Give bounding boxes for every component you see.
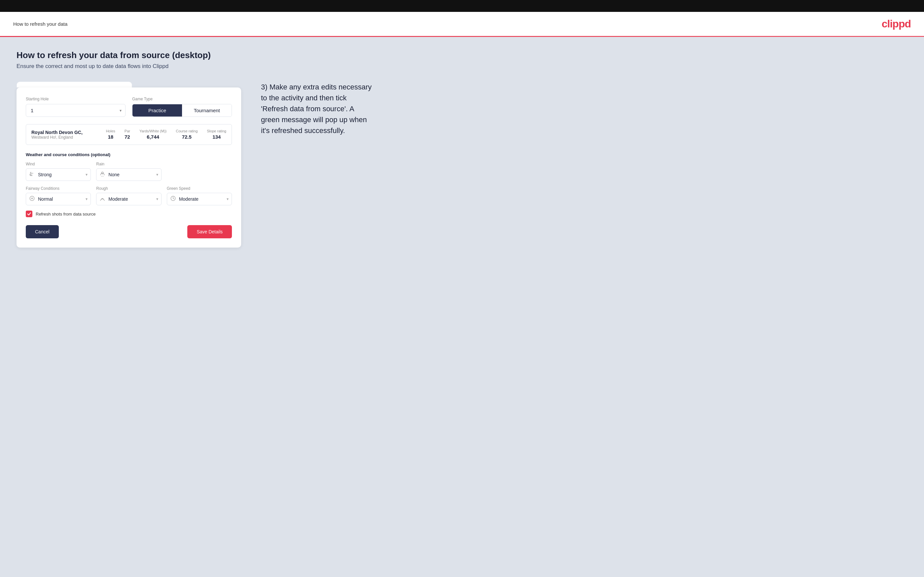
wind-group: Wind Strong Light Moderate None xyxy=(26,162,91,181)
par-value: 72 xyxy=(124,134,130,140)
holes-stat: Holes 18 xyxy=(106,129,115,140)
rough-select[interactable]: Moderate Light Heavy xyxy=(96,193,161,205)
course-info: Royal North Devon GC, Westward Ho!, Engl… xyxy=(31,130,106,140)
page-breadcrumb: How to refresh your data xyxy=(13,21,68,27)
conditions-title: Weather and course conditions (optional) xyxy=(26,152,232,157)
form-card-wrapper: Starting Hole 1 10 ▾ Game Type Practi xyxy=(16,82,241,248)
header: How to refresh your data clippd xyxy=(0,12,924,37)
content-row: Starting Hole 1 10 ▾ Game Type Practi xyxy=(16,82,908,248)
par-stat: Par 72 xyxy=(124,129,130,140)
course-rating-value: 72.5 xyxy=(182,134,192,140)
green-speed-select[interactable]: Moderate Slow Fast xyxy=(167,193,232,205)
slope-rating-stat: Slope rating 134 xyxy=(207,129,226,140)
button-row: Cancel Save Details xyxy=(26,225,232,239)
green-speed-group: Green Speed Moderate Slow Fast ▾ xyxy=(167,186,232,205)
refresh-checkbox[interactable] xyxy=(26,211,32,217)
form-card: Starting Hole 1 10 ▾ Game Type Practi xyxy=(16,87,241,248)
starting-hole-label: Starting Hole xyxy=(26,97,126,102)
game-type-group: Game Type Practice Tournament xyxy=(132,97,232,117)
rain-group: Rain None Light Heavy ▾ xyxy=(96,162,161,181)
save-button[interactable]: Save Details xyxy=(187,225,232,239)
form-row-top: Starting Hole 1 10 ▾ Game Type Practi xyxy=(26,97,232,117)
fairway-label: Fairway Conditions xyxy=(26,186,91,191)
wind-label: Wind xyxy=(26,162,91,166)
main-content: How to refresh your data from source (de… xyxy=(0,37,924,577)
rain-label: Rain xyxy=(96,162,161,166)
holes-label: Holes xyxy=(106,129,115,133)
course-row: Royal North Devon GC, Westward Ho!, Engl… xyxy=(26,124,232,145)
page-subtitle: Ensure the correct and most up to date d… xyxy=(16,63,908,70)
fairway-select[interactable]: Normal Soft Hard xyxy=(26,193,91,205)
top-bar xyxy=(0,0,924,12)
course-name: Royal North Devon GC, xyxy=(31,130,106,135)
refresh-checkbox-row[interactable]: Refresh shots from data source xyxy=(26,211,232,217)
course-rating-label: Course rating xyxy=(176,129,197,133)
game-type-toggle: Practice Tournament xyxy=(132,104,232,117)
rough-label: Rough xyxy=(96,186,161,191)
slope-rating-value: 134 xyxy=(212,134,221,140)
rain-select[interactable]: None Light Heavy xyxy=(96,168,161,181)
logo: clippd xyxy=(882,18,911,30)
checkmark-icon xyxy=(27,212,31,216)
course-location: Westward Ho!, England xyxy=(31,135,106,140)
course-rating-stat: Course rating 72.5 xyxy=(176,129,197,140)
card-stub xyxy=(16,82,132,87)
starting-hole-select[interactable]: 1 10 xyxy=(26,104,126,117)
yards-value: 6,744 xyxy=(147,134,159,140)
slope-rating-label: Slope rating xyxy=(207,129,226,133)
conditions-row-2: Fairway Conditions Normal Soft Hard ▾ xyxy=(26,186,232,205)
green-speed-label: Green Speed xyxy=(167,186,232,191)
cancel-button[interactable]: Cancel xyxy=(26,225,59,239)
par-label: Par xyxy=(124,129,130,133)
rough-group: Rough Moderate Light Heavy ▾ xyxy=(96,186,161,205)
starting-hole-select-wrapper[interactable]: 1 10 ▾ xyxy=(26,104,126,117)
conditions-row-1: Wind Strong Light Moderate None xyxy=(26,162,232,181)
refresh-label: Refresh shots from data source xyxy=(36,211,95,216)
holes-value: 18 xyxy=(108,134,113,140)
yards-label: Yards/White (M)) xyxy=(139,129,166,133)
wind-select[interactable]: Strong Light Moderate None xyxy=(26,168,91,181)
starting-hole-group: Starting Hole 1 10 ▾ xyxy=(26,97,126,117)
game-type-label: Game Type xyxy=(132,97,232,102)
yards-stat: Yards/White (M)) 6,744 xyxy=(139,129,166,140)
page-title: How to refresh your data from source (de… xyxy=(16,50,908,60)
practice-button[interactable]: Practice xyxy=(132,104,182,116)
rain-spacer xyxy=(167,162,232,181)
course-stats: Holes 18 Par 72 Yards/White (M)) 6,744 xyxy=(106,129,226,140)
instruction-text: 3) Make any extra edits necessary to the… xyxy=(261,82,373,136)
fairway-group: Fairway Conditions Normal Soft Hard ▾ xyxy=(26,186,91,205)
tournament-button[interactable]: Tournament xyxy=(182,104,232,116)
